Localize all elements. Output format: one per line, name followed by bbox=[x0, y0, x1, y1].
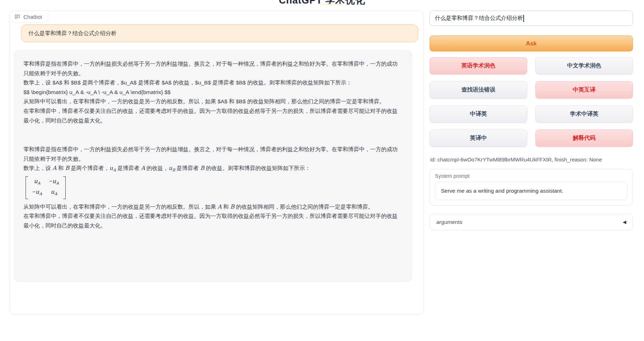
button-english-academic-polish[interactable]: 英语学术润色 bbox=[430, 57, 527, 75]
matrix-cell: uA bbox=[49, 188, 59, 198]
button-en-to-zh[interactable]: 英译中 bbox=[430, 130, 527, 147]
completion-status-text: id: chatcmpl-6wOo7KrYTwMl89lbrMWRu4UkFFX… bbox=[430, 156, 602, 163]
matrix-right-bracket bbox=[63, 176, 66, 199]
paragraph-gap bbox=[23, 125, 403, 145]
user-message-text: 什么是零和博弈？结合公式介绍分析 bbox=[28, 30, 116, 37]
bot-message-bubble: 零和博弈是指在博弈中，一方的利益损失必然等于另一方的利益增益。换言之，对于每一种… bbox=[14, 50, 412, 282]
chatbot-label-tab: Chatbot bbox=[10, 11, 48, 23]
system-prompt-card: System prompt Serve me as a writing and … bbox=[430, 169, 633, 205]
accordion-collapsed-icon: ◀ bbox=[623, 219, 626, 225]
title-highlight bbox=[321, 4, 343, 5]
matrix-cell: uA bbox=[32, 177, 42, 188]
button-zh-en-mutual-translate[interactable]: 中英互译 bbox=[535, 81, 633, 99]
chatbot-panel: Chatbot 什么是零和博弈？结合公式介绍分析 零和博弈是指在博弈中，一方的利… bbox=[10, 11, 424, 314]
text-cursor bbox=[523, 15, 524, 22]
bot-rendered-paragraph-2: 数学上，设 A 和 B 是两个博弈者，uA 是博弈者 A 的收益，uB 是博弈者… bbox=[23, 164, 403, 175]
function-button-grid: 英语学术润色 中文学术润色 查找语法错误 中英互译 中译英 学术中译英 英译中 … bbox=[430, 57, 633, 147]
chat-bubble-icon bbox=[14, 13, 21, 20]
question-input-value: 什么是零和博弈？结合公式介绍分析 bbox=[435, 15, 523, 22]
system-prompt-label: System prompt bbox=[435, 173, 628, 179]
bot-raw-paragraph-4: 在零和博弈中，博弈者不仅要关注自己的收益，还需要考虑对手的收益。因为一方取得的收… bbox=[23, 106, 403, 125]
control-column: 什么是零和博弈？结合公式介绍分析 Ask 英语学术润色 中文学术润色 查找语法错… bbox=[430, 0, 633, 341]
bot-raw-paragraph-2: 数学上，设 $A$ 和 $B$ 是两个博弈者，$u_A$ 是博弈者 $A$ 的收… bbox=[23, 78, 403, 88]
bot-raw-formula: $$ \begin{bmatrix} u_A & -u_A \ -u_A & u… bbox=[23, 88, 403, 97]
matrix-cell: −uA bbox=[49, 177, 59, 188]
bot-raw-paragraph-3: 从矩阵中可以看出，在零和博弈中，一方的收益是另一方的相反数。所以，如果 $A$ … bbox=[23, 97, 403, 106]
chatbot-label: Chatbot bbox=[23, 14, 42, 20]
matrix-cell: −uA bbox=[32, 188, 42, 198]
arguments-accordion-label: arguments bbox=[436, 219, 462, 225]
system-prompt-input[interactable]: Serve me as a writing and programming as… bbox=[435, 182, 628, 200]
bot-rendered-paragraph-4: 在零和博弈中，博弈者不仅要关注自己的收益，还需要考虑对手的收益。因为一方取得的收… bbox=[23, 211, 403, 230]
arguments-accordion[interactable]: arguments ◀ bbox=[430, 214, 633, 230]
button-find-grammar-errors[interactable]: 查找语法错误 bbox=[430, 81, 527, 99]
payoff-matrix: uA −uA −uA uA bbox=[26, 176, 66, 199]
ask-button[interactable]: Ask bbox=[430, 35, 633, 51]
button-explain-code[interactable]: 解释代码 bbox=[535, 130, 633, 147]
bot-raw-paragraph-1: 零和博弈是指在博弈中，一方的利益损失必然等于另一方的利益增益。换言之，对于每一种… bbox=[23, 59, 403, 78]
user-message-bubble: 什么是零和博弈？结合公式介绍分析 bbox=[21, 24, 418, 42]
question-input[interactable]: 什么是零和博弈？结合公式介绍分析 bbox=[430, 11, 633, 26]
button-chinese-academic-polish[interactable]: 中文学术润色 bbox=[535, 57, 633, 75]
button-academic-zh-to-en[interactable]: 学术中译英 bbox=[535, 105, 633, 123]
matrix-left-bracket bbox=[26, 176, 28, 199]
bot-rendered-paragraph-3: 从矩阵中可以看出，在零和博弈中，一方的收益是另一方的相反数。所以，如果 A 和 … bbox=[23, 202, 403, 212]
bot-rendered-paragraph-1: 零和博弈是指在博弈中，一方的利益损失必然等于另一方的利益增益。换言之，对于每一种… bbox=[23, 145, 403, 164]
button-zh-to-en[interactable]: 中译英 bbox=[430, 105, 527, 123]
